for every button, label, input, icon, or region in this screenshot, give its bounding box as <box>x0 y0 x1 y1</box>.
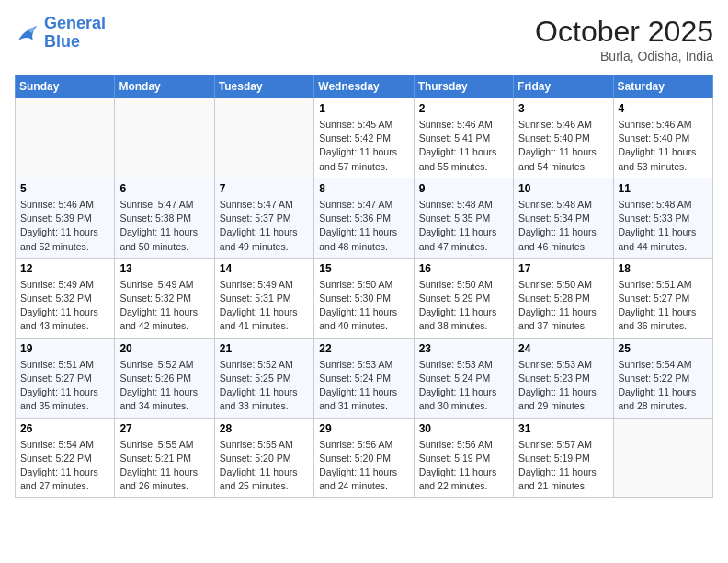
calendar-cell: 8Sunrise: 5:47 AMSunset: 5:36 PMDaylight… <box>314 178 414 258</box>
day-header-sunday: Sunday <box>16 75 115 98</box>
day-info: Sunrise: 5:49 AMSunset: 5:32 PMDaylight:… <box>119 278 209 334</box>
calendar-cell: 16Sunrise: 5:50 AMSunset: 5:29 PMDayligh… <box>414 258 513 338</box>
calendar-cell: 11Sunrise: 5:48 AMSunset: 5:33 PMDayligh… <box>613 178 712 258</box>
day-number: 18 <box>619 262 708 275</box>
calendar-cell <box>115 98 214 178</box>
day-info: Sunrise: 5:56 AMSunset: 5:20 PMDaylight:… <box>319 438 408 494</box>
day-number: 9 <box>419 182 508 195</box>
calendar-cell: 5Sunrise: 5:46 AMSunset: 5:39 PMDaylight… <box>16 178 115 258</box>
day-header-friday: Friday <box>514 75 613 98</box>
day-info: Sunrise: 5:45 AMSunset: 5:42 PMDaylight:… <box>319 118 408 174</box>
calendar-cell <box>16 98 115 178</box>
day-number: 23 <box>419 342 508 355</box>
day-number: 12 <box>20 262 109 275</box>
calendar-cell: 31Sunrise: 5:57 AMSunset: 5:19 PMDayligh… <box>514 418 613 498</box>
day-info: Sunrise: 5:47 AMSunset: 5:38 PMDaylight:… <box>119 198 209 254</box>
day-info: Sunrise: 5:54 AMSunset: 5:22 PMDaylight:… <box>619 358 708 414</box>
day-number: 29 <box>319 422 408 435</box>
day-number: 2 <box>419 102 508 115</box>
day-info: Sunrise: 5:47 AMSunset: 5:36 PMDaylight:… <box>319 198 408 254</box>
calendar-cell: 14Sunrise: 5:49 AMSunset: 5:31 PMDayligh… <box>214 258 313 338</box>
calendar-cell: 7Sunrise: 5:47 AMSunset: 5:37 PMDaylight… <box>214 178 313 258</box>
day-info: Sunrise: 5:50 AMSunset: 5:30 PMDaylight:… <box>319 278 408 334</box>
day-number: 27 <box>119 422 209 435</box>
day-info: Sunrise: 5:53 AMSunset: 5:24 PMDaylight:… <box>319 358 408 414</box>
calendar-cell: 13Sunrise: 5:49 AMSunset: 5:32 PMDayligh… <box>115 258 214 338</box>
day-info: Sunrise: 5:51 AMSunset: 5:27 PMDaylight:… <box>20 358 109 414</box>
calendar-cell <box>613 418 712 498</box>
day-info: Sunrise: 5:51 AMSunset: 5:27 PMDaylight:… <box>619 278 708 334</box>
day-info: Sunrise: 5:50 AMSunset: 5:28 PMDaylight:… <box>518 278 608 334</box>
day-number: 1 <box>319 102 408 115</box>
logo-icon <box>15 20 40 46</box>
calendar-cell: 15Sunrise: 5:50 AMSunset: 5:30 PMDayligh… <box>314 258 414 338</box>
calendar-cell: 24Sunrise: 5:53 AMSunset: 5:23 PMDayligh… <box>514 338 613 418</box>
day-header-wednesday: Wednesday <box>314 75 414 98</box>
day-info: Sunrise: 5:48 AMSunset: 5:35 PMDaylight:… <box>419 198 508 254</box>
calendar-cell <box>214 98 313 178</box>
calendar-cell: 21Sunrise: 5:52 AMSunset: 5:25 PMDayligh… <box>214 338 313 418</box>
day-info: Sunrise: 5:53 AMSunset: 5:24 PMDaylight:… <box>419 358 508 414</box>
day-number: 16 <box>419 262 508 275</box>
day-info: Sunrise: 5:49 AMSunset: 5:31 PMDaylight:… <box>220 278 309 334</box>
day-info: Sunrise: 5:48 AMSunset: 5:34 PMDaylight:… <box>518 198 608 254</box>
calendar-cell: 27Sunrise: 5:55 AMSunset: 5:21 PMDayligh… <box>115 418 214 498</box>
day-number: 5 <box>20 182 109 195</box>
day-info: Sunrise: 5:50 AMSunset: 5:29 PMDaylight:… <box>419 278 508 334</box>
day-number: 8 <box>319 182 408 195</box>
day-number: 6 <box>119 182 209 195</box>
day-number: 31 <box>518 422 608 435</box>
day-info: Sunrise: 5:46 AMSunset: 5:40 PMDaylight:… <box>619 118 708 174</box>
logo-text: General Blue <box>44 15 106 52</box>
day-info: Sunrise: 5:54 AMSunset: 5:22 PMDaylight:… <box>20 438 109 494</box>
day-number: 19 <box>20 342 109 355</box>
day-info: Sunrise: 5:55 AMSunset: 5:21 PMDaylight:… <box>119 438 209 494</box>
day-number: 28 <box>220 422 309 435</box>
calendar-cell: 30Sunrise: 5:56 AMSunset: 5:19 PMDayligh… <box>414 418 513 498</box>
calendar-header-row: SundayMondayTuesdayWednesdayThursdayFrid… <box>16 75 713 98</box>
day-number: 20 <box>119 342 209 355</box>
month-title: October 2025 <box>535 15 713 49</box>
page-header: General Blue October 2025 Burla, Odisha,… <box>15 15 713 63</box>
day-info: Sunrise: 5:52 AMSunset: 5:25 PMDaylight:… <box>220 358 309 414</box>
day-number: 7 <box>220 182 309 195</box>
calendar-cell: 26Sunrise: 5:54 AMSunset: 5:22 PMDayligh… <box>16 418 115 498</box>
calendar-cell: 12Sunrise: 5:49 AMSunset: 5:32 PMDayligh… <box>16 258 115 338</box>
day-header-saturday: Saturday <box>613 75 712 98</box>
day-number: 4 <box>619 102 708 115</box>
day-header-tuesday: Tuesday <box>214 75 313 98</box>
calendar-cell: 1Sunrise: 5:45 AMSunset: 5:42 PMDaylight… <box>314 98 414 178</box>
day-number: 10 <box>518 182 608 195</box>
day-info: Sunrise: 5:57 AMSunset: 5:19 PMDaylight:… <box>518 438 608 494</box>
calendar-cell: 25Sunrise: 5:54 AMSunset: 5:22 PMDayligh… <box>613 338 712 418</box>
calendar-cell: 10Sunrise: 5:48 AMSunset: 5:34 PMDayligh… <box>514 178 613 258</box>
calendar-week-1: 1Sunrise: 5:45 AMSunset: 5:42 PMDaylight… <box>16 98 713 178</box>
day-info: Sunrise: 5:46 AMSunset: 5:39 PMDaylight:… <box>20 198 109 254</box>
day-number: 15 <box>319 262 408 275</box>
calendar-cell: 3Sunrise: 5:46 AMSunset: 5:40 PMDaylight… <box>514 98 613 178</box>
day-info: Sunrise: 5:55 AMSunset: 5:20 PMDaylight:… <box>220 438 309 494</box>
day-number: 11 <box>619 182 708 195</box>
calendar-cell: 6Sunrise: 5:47 AMSunset: 5:38 PMDaylight… <box>115 178 214 258</box>
day-number: 3 <box>518 102 608 115</box>
calendar-cell: 20Sunrise: 5:52 AMSunset: 5:26 PMDayligh… <box>115 338 214 418</box>
day-header-monday: Monday <box>115 75 214 98</box>
calendar-cell: 2Sunrise: 5:46 AMSunset: 5:41 PMDaylight… <box>414 98 513 178</box>
calendar-week-2: 5Sunrise: 5:46 AMSunset: 5:39 PMDaylight… <box>16 178 713 258</box>
calendar-week-4: 19Sunrise: 5:51 AMSunset: 5:27 PMDayligh… <box>16 338 713 418</box>
day-info: Sunrise: 5:53 AMSunset: 5:23 PMDaylight:… <box>518 358 608 414</box>
day-info: Sunrise: 5:47 AMSunset: 5:37 PMDaylight:… <box>220 198 309 254</box>
day-info: Sunrise: 5:56 AMSunset: 5:19 PMDaylight:… <box>419 438 508 494</box>
day-number: 17 <box>518 262 608 275</box>
day-info: Sunrise: 5:46 AMSunset: 5:41 PMDaylight:… <box>419 118 508 174</box>
day-number: 25 <box>619 342 708 355</box>
calendar-cell: 9Sunrise: 5:48 AMSunset: 5:35 PMDaylight… <box>414 178 513 258</box>
calendar-cell: 17Sunrise: 5:50 AMSunset: 5:28 PMDayligh… <box>514 258 613 338</box>
logo: General Blue <box>15 15 106 52</box>
title-block: October 2025 Burla, Odisha, India <box>535 15 713 63</box>
location-subtitle: Burla, Odisha, India <box>535 49 713 63</box>
day-info: Sunrise: 5:48 AMSunset: 5:33 PMDaylight:… <box>619 198 708 254</box>
day-number: 30 <box>419 422 508 435</box>
calendar-cell: 18Sunrise: 5:51 AMSunset: 5:27 PMDayligh… <box>613 258 712 338</box>
calendar-cell: 22Sunrise: 5:53 AMSunset: 5:24 PMDayligh… <box>314 338 414 418</box>
